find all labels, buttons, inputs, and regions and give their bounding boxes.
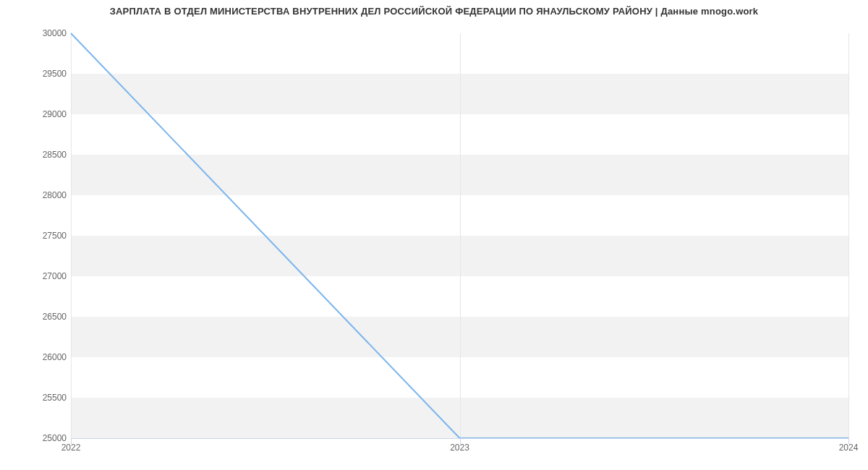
chart-title: ЗАРПЛАТА В ОТДЕЛ МИНИСТЕРСТВА ВНУТРЕННИХ… xyxy=(0,6,868,17)
y-tick-label: 28500 xyxy=(9,150,67,160)
x-tick-mark xyxy=(71,438,72,444)
x-tick-label: 2024 xyxy=(839,443,859,453)
grid-line-v xyxy=(848,33,849,438)
y-tick-label: 27000 xyxy=(9,271,67,281)
y-tick-label: 29500 xyxy=(9,69,67,79)
y-tick-label: 26500 xyxy=(9,312,67,322)
series-line xyxy=(71,33,848,438)
y-tick-label: 28000 xyxy=(9,190,67,200)
y-tick-label: 30000 xyxy=(9,28,67,38)
y-tick-label: 27500 xyxy=(9,231,67,241)
line-series xyxy=(71,33,848,438)
chart-container: ЗАРПЛАТА В ОТДЕЛ МИНИСТЕРСТВА ВНУТРЕННИХ… xyxy=(0,0,868,470)
x-tick-label: 2022 xyxy=(61,443,81,453)
x-tick-mark xyxy=(460,438,461,444)
y-tick-label: 29000 xyxy=(9,109,67,119)
x-tick-label: 2023 xyxy=(450,443,469,453)
x-tick-mark xyxy=(848,438,849,444)
y-tick-label: 25000 xyxy=(9,433,67,443)
y-tick-label: 25500 xyxy=(9,393,67,403)
plot-area xyxy=(71,33,848,438)
y-tick-label: 26000 xyxy=(9,352,67,362)
